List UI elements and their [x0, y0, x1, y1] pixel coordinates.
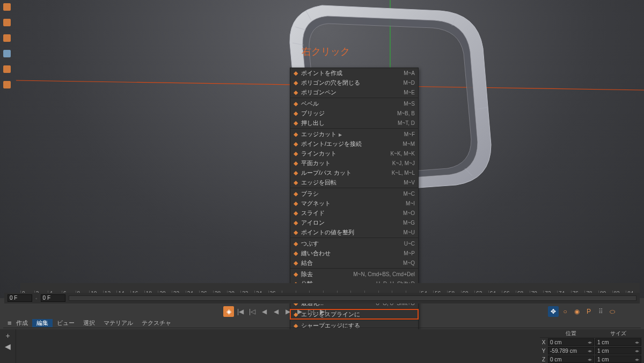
bottom-menubar[interactable]: ≡ 作成編集ビュー選択マテリアルテクスチャ [3, 318, 641, 328]
start-frame-input[interactable]: 0 F [8, 294, 32, 302]
collapse-button[interactable]: ◀ [5, 342, 11, 351]
menu-item[interactable]: ◆エッジをスプラインに [290, 309, 418, 319]
menu-separator [290, 188, 418, 188]
menubar-item[interactable]: ビュー [53, 319, 79, 327]
menu-item-shortcut: M~P [404, 250, 415, 256]
go-start[interactable]: |◀ [235, 306, 246, 317]
menu-item[interactable]: ◆ブラシM~C [290, 189, 418, 198]
menu-item-icon: ◆ [290, 129, 301, 139]
menu-item[interactable]: ◆平面カットK~J, M~J [290, 158, 418, 168]
menu-item-shortcut: M~V [404, 180, 415, 186]
prev-frame[interactable]: ◀ [259, 306, 269, 317]
menu-item-shortcut: M~C [404, 191, 415, 197]
menu-item-label: ポイントを作成 [301, 69, 404, 77]
menu-item[interactable]: ◆エッジを回転M~V [290, 177, 418, 187]
current-frame-input[interactable]: 0 F [41, 294, 65, 302]
cube-tool[interactable] [0, 47, 14, 61]
menu-item[interactable]: ◆ブリッジM~B, B [290, 108, 418, 118]
prev-key[interactable]: |◁ [247, 306, 258, 317]
svg-rect-15 [3, 50, 11, 57]
menu-item-icon: ◆ [290, 218, 301, 227]
menu-item[interactable]: ◆マグネットM~I [290, 198, 418, 208]
coord-size-input[interactable]: 1 cm◂▸ [595, 355, 641, 363]
opts[interactable]: ⠿ [595, 306, 606, 317]
menu-item-icon: ◆ [290, 99, 301, 108]
menu-separator [290, 98, 418, 98]
viewport-3d[interactable]: 右クリック ◆ポイントを作成M~A◆ポリゴンの穴を閉じるM~D◆ポリゴンペンM~… [0, 0, 644, 298]
menu-item-label: ポリゴンの穴を閉じる [301, 79, 404, 87]
menu-item-label: マグネット [301, 199, 406, 208]
menu-item-label: 結合 [301, 259, 403, 267]
menu-item[interactable]: ◆押し出しM~T, D [290, 118, 418, 128]
menu-item-label: ベベル [301, 100, 404, 108]
menu-item-icon: ◆ [290, 177, 301, 187]
menu-item-label: 平面カット [301, 159, 392, 167]
menubar-item[interactable]: 編集 [32, 319, 53, 327]
play-back[interactable]: ◀ [270, 306, 281, 317]
menubar-item[interactable]: テクスチャ [137, 319, 175, 327]
add-button[interactable]: + [3, 331, 13, 342]
menu-item-shortcut: K~J, M~J [392, 160, 415, 166]
menu-item[interactable]: ◆ラインカットK~K, M~K [290, 149, 418, 158]
menu-item-label: アイロン [301, 219, 403, 227]
enable-axis-tool[interactable] [0, 0, 14, 14]
grid-tool-1[interactable] [0, 16, 14, 29]
menu-item[interactable]: ◆ポリゴンの穴を閉じるM~D [290, 78, 418, 87]
menu-item-label: ブリッジ [301, 109, 397, 117]
svg-rect-12 [3, 3, 11, 11]
menubar-item[interactable]: マテリアル [99, 319, 137, 327]
menu-item-shortcut: M~G [403, 220, 415, 226]
menu-item[interactable]: ◆ポイント/エッジを接続M~M [290, 139, 418, 149]
snap-magnet-tool[interactable] [0, 62, 14, 76]
menu-separator [290, 268, 418, 269]
menu-item-label: つぶす [301, 240, 404, 248]
coord-pos-input[interactable]: 0 cm◂▸ [548, 338, 594, 346]
grid-tool-2[interactable] [0, 31, 14, 45]
link[interactable]: ⬭ [607, 306, 618, 317]
svg-rect-13 [3, 19, 11, 26]
move-mode[interactable]: ✥ [548, 306, 559, 317]
menu-item-label: エッジカット [301, 130, 404, 138]
menu-item[interactable]: ◆ポリゴンペンM~E [290, 87, 418, 97]
timeline-bar[interactable]: 0 F ◦ 0 F [4, 293, 640, 303]
menubar-item[interactable]: 作成 [12, 319, 32, 327]
menu-item-shortcut: M~M [403, 141, 415, 147]
menu-item[interactable]: ◆エッジカットM~F [290, 129, 418, 139]
record[interactable]: ○ [560, 306, 570, 317]
coord-pos-input[interactable]: 0 cm◂▸ [548, 355, 594, 363]
coord-size-input[interactable]: 1 cm◂▸ [595, 338, 641, 346]
pos-channel[interactable]: P [583, 306, 594, 317]
coord-pos-input[interactable]: -59.789 cm◂▸ [548, 347, 594, 354]
menu-item[interactable]: ◆スライドM~O [290, 208, 418, 218]
menu-separator [290, 238, 418, 238]
autokey[interactable]: ◉ [572, 306, 582, 317]
menu-item[interactable]: ◆アイロンM~G [290, 218, 418, 227]
menu-item[interactable]: ◆ポイントの値を整列M~U [290, 227, 418, 237]
menu-icon[interactable]: ≡ [3, 319, 12, 327]
timeline-track[interactable] [69, 295, 636, 301]
menu-item-shortcut: M~S [404, 101, 415, 107]
menu-item-label: エッジを回転 [301, 179, 404, 187]
menu-item-icon: ◆ [290, 198, 301, 208]
menu-item-shortcut: M~I [406, 201, 415, 206]
menu-item[interactable]: ◆除去M~N, Cmd+BS, Cmd+Del [290, 269, 418, 279]
menu-item-label: ポイント/エッジを接続 [301, 140, 403, 148]
menu-item[interactable]: ◆ループ/パス カットK~L, M~L [290, 168, 418, 177]
selection-sphere-tool[interactable] [0, 78, 14, 92]
menu-item-shortcut: K~L, M~L [392, 170, 415, 176]
menu-item[interactable]: ◆ポイントを作成M~A [290, 68, 418, 78]
menu-item[interactable]: ◆ベベルM~S [290, 99, 418, 108]
menu-item[interactable]: ◆結合M~Q [290, 258, 418, 268]
menu-item-label: ラインカット [301, 150, 390, 158]
menu-item[interactable]: ◆つぶすU~C [290, 239, 418, 248]
menu-item-icon: ◆ [290, 108, 301, 118]
coordinate-manager: 位置 サイズ X 0 cm◂▸ 1 cm◂▸Y -59.789 cm◂▸ 1 c… [540, 329, 642, 363]
menu-item-shortcut: M~A [404, 70, 415, 76]
coord-size-input[interactable]: 1 cm◂▸ [595, 347, 641, 354]
menubar-item[interactable]: 選択 [79, 319, 99, 327]
menu-item[interactable]: ◆縫い合わせM~P [290, 248, 418, 258]
svg-rect-17 [3, 81, 11, 88]
key-button[interactable]: ◈ [223, 306, 234, 317]
menu-item-shortcut: M~Q [403, 260, 415, 266]
coord-row: X 0 cm◂▸ 1 cm◂▸ [540, 338, 642, 346]
